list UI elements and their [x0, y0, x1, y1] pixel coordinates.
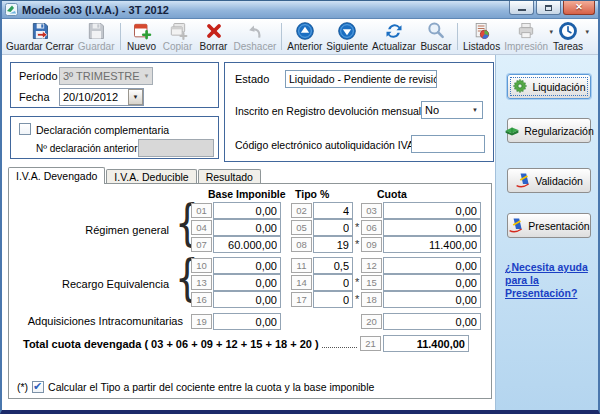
- box-number: 04: [191, 220, 212, 235]
- total-cuota-devengada-value: [383, 335, 469, 352]
- estado-label: Estado: [235, 73, 269, 85]
- table-row: 01 02 03: [9, 203, 491, 220]
- footnote-label: Calcular el Tipo a partir del cociente e…: [48, 381, 374, 393]
- toolbar-separator: [120, 23, 121, 50]
- periodo-groupbox: Período 3º TRIMESTRE ▼ Fecha 20/10/2012 …: [10, 62, 219, 108]
- presentacion-button[interactable]: Presentación: [507, 213, 591, 238]
- print-button: Impresión ▾: [502, 20, 550, 53]
- tipo-input[interactable]: [313, 236, 353, 253]
- sidebar-button-label: Validación: [535, 175, 583, 187]
- footnote: (*) Calcular el Tipo a partir del cocien…: [17, 381, 374, 393]
- toolbar-button-label: Guardar: [78, 41, 115, 52]
- reports-button[interactable]: Listados: [461, 20, 502, 53]
- asterisk-mark: *: [355, 293, 359, 305]
- printer-icon: [514, 21, 538, 41]
- toolbar-button-label: Impresión: [504, 41, 548, 52]
- box-number: 16: [191, 292, 212, 307]
- validacion-button[interactable]: Validación: [507, 168, 591, 193]
- maximize-button[interactable]: [536, 1, 561, 15]
- sidebar-button-label: Presentación: [528, 220, 589, 232]
- periodo-select: 3º TRIMESTRE ▼: [59, 67, 153, 85]
- tipo-input[interactable]: [313, 257, 353, 274]
- registro-mensual-select[interactable]: No ▼: [421, 101, 483, 119]
- tab-iva-deducible[interactable]: I.V.A. Deducible: [106, 169, 196, 184]
- base-input[interactable]: [213, 257, 281, 274]
- help-presentacion-link[interactable]: ¿Necesita ayuda para la Presentación?: [505, 261, 593, 300]
- box-number: 21: [360, 336, 381, 351]
- box-number: 05: [291, 220, 312, 235]
- tab-iva-devengado[interactable]: I.V.A. Devengado: [8, 167, 105, 184]
- cuota-input[interactable]: [383, 202, 481, 219]
- box-number: 15: [361, 275, 382, 290]
- registro-mensual-value: No: [425, 104, 439, 116]
- close-button[interactable]: ✕: [563, 1, 595, 15]
- registro-mensual-label: Inscrito en Registro devolución mensual: [235, 105, 421, 117]
- save-icon: [84, 21, 108, 41]
- sidebar-button-label: Regularización: [524, 125, 593, 137]
- toolbar-button-label: Deshacer: [234, 41, 277, 52]
- base-input[interactable]: [213, 313, 281, 330]
- column-header-base: Base Imponible: [208, 188, 286, 200]
- app-icon: [5, 3, 18, 16]
- column-header-tipo: Tipo %: [295, 188, 329, 200]
- asterisk-mark: *: [355, 221, 359, 233]
- copy-icon: [166, 21, 190, 41]
- cuota-input[interactable]: [383, 313, 481, 330]
- tab-strip: I.V.A. Devengado I.V.A. Deducible Result…: [8, 167, 262, 184]
- toolbar: Guardar Cerrar Guardar Nuevo Copiar: [2, 19, 598, 55]
- search-button[interactable]: Buscar: [418, 20, 454, 53]
- maximize-icon: [545, 5, 552, 11]
- chevron-down-icon: ▼: [128, 89, 143, 105]
- cuota-input[interactable]: [383, 219, 481, 236]
- total-formula: ( 03 + 06 + 09 + 12 + 15 + 18 + 20 ): [144, 338, 318, 350]
- box-number: 02: [291, 203, 312, 218]
- tasks-button[interactable]: Tareas ▾: [550, 20, 586, 53]
- cuota-input[interactable]: [383, 291, 481, 308]
- base-input[interactable]: [213, 291, 281, 308]
- search-icon: [424, 21, 448, 41]
- cuota-input[interactable]: [383, 274, 481, 291]
- new-button[interactable]: Nuevo: [124, 20, 160, 53]
- calcular-tipo-checkbox[interactable]: [32, 381, 44, 393]
- close-icon: ✕: [575, 3, 583, 12]
- aeat-logo-icon: [515, 172, 531, 190]
- toolbar-button-label: Siguiente: [326, 41, 368, 52]
- delete-button[interactable]: Borrar: [196, 20, 232, 53]
- previous-button[interactable]: Anterior: [285, 20, 324, 53]
- base-input[interactable]: [213, 219, 281, 236]
- refresh-button[interactable]: Actualizar: [370, 20, 418, 53]
- table-row: 10 11 12: [9, 258, 491, 275]
- tipo-input[interactable]: [313, 291, 353, 308]
- toolbar-button-label: Tareas: [553, 41, 583, 52]
- tab-resultado[interactable]: Resultado: [198, 169, 261, 184]
- tipo-input[interactable]: [313, 202, 353, 219]
- base-input[interactable]: [213, 236, 281, 253]
- minimize-button[interactable]: [509, 1, 534, 15]
- box-number: 12: [361, 258, 382, 273]
- box-number: 19: [191, 314, 212, 329]
- cuota-input[interactable]: [383, 236, 481, 253]
- reports-icon: [470, 21, 494, 41]
- codigo-iva-input[interactable]: [411, 135, 485, 153]
- base-input[interactable]: [213, 202, 281, 219]
- base-input[interactable]: [213, 274, 281, 291]
- box-number: 03: [361, 203, 382, 218]
- tipo-input[interactable]: [313, 219, 353, 236]
- complementaria-checkbox[interactable]: [19, 123, 31, 135]
- toolbar-button-label: Actualizar: [372, 41, 416, 52]
- window-title: Modelo 303 (I.V.A.) - 3T 2012: [22, 4, 509, 16]
- regularizacion-button[interactable]: Regularización: [507, 118, 591, 143]
- tipo-input[interactable]: [313, 274, 353, 291]
- cuota-input[interactable]: [383, 257, 481, 274]
- estado-select[interactable]: Liquidado - Pendiente de revisión ▼: [285, 70, 437, 88]
- fecha-value: 20/10/2012: [63, 91, 118, 103]
- box-number: 08: [291, 237, 312, 252]
- liquidacion-button[interactable]: Liquidación: [507, 74, 591, 99]
- save-close-button[interactable]: Guardar Cerrar: [4, 20, 76, 53]
- asterisk-mark: *: [355, 238, 359, 250]
- box-number: 18: [361, 292, 382, 307]
- box-number: 17: [291, 292, 312, 307]
- action-sidebar: Liquidación Regularización Validación Pr…: [495, 55, 598, 410]
- fecha-select[interactable]: 20/10/2012 ▼: [59, 88, 144, 106]
- next-button[interactable]: Siguiente: [324, 20, 370, 53]
